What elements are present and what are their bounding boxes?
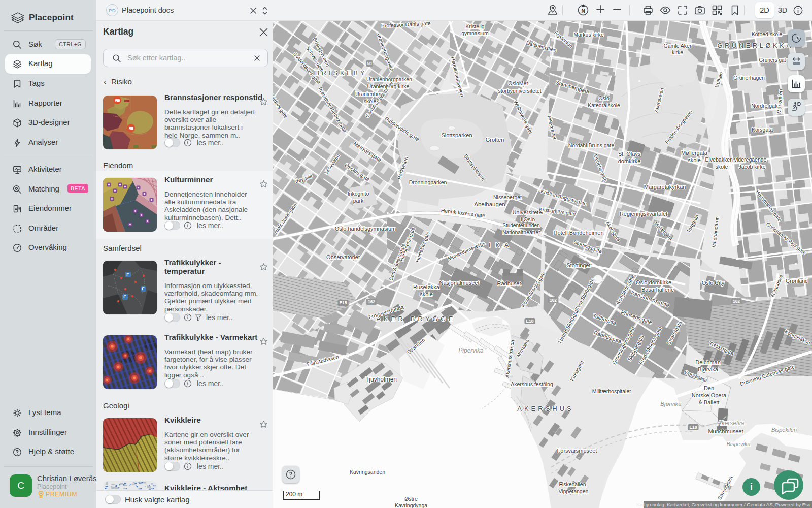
svg-text:Møllergata: Møllergata (681, 150, 708, 156)
svg-text:Nordre gate: Nordre gate (751, 103, 780, 109)
svg-text:Abelhaugen: Abelhaugen (474, 201, 505, 207)
svg-text:Forsvarsmuseet: Forsvarsmuseet (557, 448, 597, 454)
svg-text:Vippetangen: Vippetangen (559, 488, 589, 494)
svg-text:Tjuvholmen: Tjuvholmen (365, 376, 397, 383)
svg-text:Korsgata: Korsgata (752, 126, 773, 133)
svg-text:skole: skole (420, 291, 433, 297)
svg-text:Pipervika: Pipervika (458, 347, 484, 354)
svg-text:E18: E18 (526, 319, 533, 324)
svg-text:& Ballett: & Ballett (699, 399, 720, 405)
svg-text:Slottsparken: Slottsparken (441, 132, 472, 138)
svg-text:skole: skole (716, 164, 728, 170)
svg-text:Gruners gat: Gruners gat (759, 57, 786, 63)
svg-text:domkirke: domkirke (618, 158, 641, 164)
svg-text:Bjørvika: Bjørvika (698, 366, 719, 372)
svg-text:gymnasium: gymnasium (461, 30, 489, 36)
svg-text:Kristelig: Kristelig (465, 23, 485, 29)
svg-text:Grønland: Grønland (786, 278, 808, 284)
svg-text:storbyuniversitetet: storbyuniversitetet (498, 88, 541, 94)
svg-text:Oslo handelsgymnasium: Oslo handelsgymnasium (335, 226, 396, 232)
svg-text:kirke: kirke (672, 49, 683, 55)
svg-text:Bispevika: Bispevika (726, 441, 750, 447)
svg-text:Elvebakken videregående: Elvebakken videregående (705, 156, 767, 163)
svg-text:50: 50 (367, 61, 372, 66)
svg-text:AKER BRYGGE: AKER BRYGGE (377, 315, 456, 323)
svg-text:Deichman: Deichman (695, 359, 721, 365)
svg-text:Den: Den (704, 385, 714, 391)
svg-text:Kofoed skole: Kofoed skole (752, 31, 783, 37)
svg-text:i Oslo: i Oslo (521, 216, 535, 223)
svg-text:Jacob kirke: Jacob kirke (738, 164, 765, 170)
svg-text:park: park (353, 198, 364, 204)
svg-text:Munchmuseet: Munchmuseet (708, 428, 743, 434)
svg-text:Basarhallene: Basarhallene (641, 287, 674, 293)
svg-text:Hotell Bondeheimen: Hotell Bondeheimen (553, 230, 603, 236)
svg-text:Inkognito: Inkognito (348, 190, 369, 197)
svg-text:Akerselva: Akerselva (717, 420, 745, 427)
svg-text:Oslo: Oslo (598, 95, 610, 101)
svg-text:Grotten: Grotten (486, 137, 504, 143)
svg-text:Markus kirke: Markus kirke (573, 31, 604, 38)
svg-text:E18: E18 (689, 425, 697, 430)
svg-text:Grünerhagen: Grünerhagen (733, 75, 765, 81)
svg-text:Stortinget: Stortinget (566, 262, 590, 268)
svg-text:Kavringdynga: Kavringdynga (395, 502, 427, 508)
svg-text:Militærhospitalet: Militærhospitalet (592, 388, 631, 394)
svg-text:St. Olavs: St. Olavs (618, 151, 641, 157)
svg-text:Katedralskole: Katedralskole (588, 102, 620, 108)
svg-text:V I K A: V I K A (480, 241, 511, 249)
svg-text:Bispekilen: Bispekilen (771, 427, 797, 433)
svg-text:Akershus festning: Akershus festning (511, 381, 553, 387)
svg-text:162: 162 (550, 298, 557, 303)
svg-text:Kavringsanden: Kavringsanden (350, 469, 385, 475)
svg-text:Observatoriet: Observatoriet (326, 254, 360, 260)
svg-text:GRÜNERLØKKA: GRÜNERLØKKA (717, 42, 793, 49)
svg-text:OsloMet -: OsloMet - (508, 80, 531, 86)
svg-text:E18: E18 (339, 300, 347, 305)
svg-text:Regjeringskvartalet: Regjeringskvartalet (620, 211, 667, 217)
svg-text:Fiskehallen: Fiskehallen (559, 481, 586, 487)
svg-text:Margaretakyrkan: Margaretakyrkan (644, 184, 686, 190)
svg-text:skole: skole (688, 157, 701, 163)
svg-text:Gamle Aker: Gamle Aker (664, 43, 692, 49)
svg-text:Oslo City: Oslo City (702, 280, 725, 286)
svg-text:Nisseberget: Nisseberget (493, 194, 522, 200)
svg-text:Bjørvika: Bjørvika (660, 401, 682, 407)
svg-text:Nordahl Bruns gate: Nordahl Bruns gate (568, 142, 615, 148)
svg-text:Østre: Østre (404, 496, 418, 502)
svg-text:Ruseløkka: Ruseløkka (413, 284, 440, 290)
svg-text:Studenterlunden: Studenterlunden (502, 223, 539, 228)
svg-text:AKERSHUS: AKERSHUS (517, 405, 574, 412)
svg-text:Nasjonalmuseet: Nasjonalmuseet (439, 280, 480, 286)
svg-text:Nationaltheatret: Nationaltheatret (502, 229, 540, 235)
svg-text:Rådhuset: Rådhuset (497, 280, 521, 287)
svg-text:Norske Opera: Norske Opera (692, 392, 727, 398)
svg-text:162: 162 (733, 299, 740, 304)
svg-text:Dronningparken: Dronningparken (409, 179, 447, 185)
svg-text:N: N (581, 8, 585, 14)
svg-text:Oslo domkirke: Oslo domkirke (636, 279, 671, 285)
svg-text:162: 162 (368, 299, 375, 304)
